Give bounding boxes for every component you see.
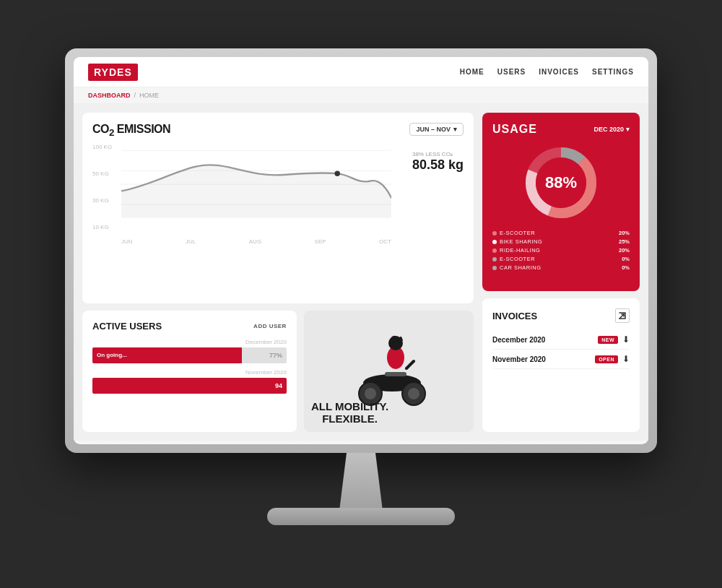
y-axis: 100 KG 50 KG 30 KG 10 KG	[92, 144, 121, 230]
co2-card: CO2 EMISSION JUN – NOV ▾ 100 KG	[82, 113, 474, 303]
donut-chart: 88%	[492, 143, 630, 222]
bar-fill-1: On going...	[92, 347, 242, 363]
invoices-title: INVOICES	[492, 311, 537, 321]
chevron-down-icon: ▾	[626, 126, 630, 133]
monitor-base	[267, 508, 455, 525]
breadcrumb: DASHBOARD / HOME	[74, 87, 648, 104]
user-bar-row-1: December 2020 On going... 77%	[92, 339, 287, 363]
legend-dot-4	[492, 257, 497, 261]
legend-item-5: CAR SHARING 0%	[492, 264, 630, 271]
usage-date-label: DEC 2020	[593, 126, 624, 133]
co2-highlight: 38% LESS CO₂ 80.58 kg	[412, 151, 464, 173]
svg-rect-13	[385, 372, 406, 376]
date-range-selector[interactable]: JUN – NOV ▾	[409, 123, 464, 136]
bar-date-2: November 2020	[245, 369, 287, 376]
invoice-month-2: November 2020	[492, 355, 546, 363]
invoice-badge-2: OPEN	[595, 355, 618, 363]
bar-fill-2	[92, 378, 287, 394]
nav-users[interactable]: USERS	[497, 68, 526, 76]
invoice-row-2: November 2020 OPEN ⬇	[492, 350, 630, 369]
legend-item-3: RIDE-HAILING 20%	[492, 247, 630, 254]
svg-point-11	[408, 388, 419, 399]
monitor-stand	[325, 453, 397, 511]
legend-pct-3: 20%	[619, 247, 630, 254]
co2-value: 80.58 kg	[412, 157, 464, 173]
usage-legend: E-SCOOTER 20% BIKE SHARING 25%	[492, 230, 630, 271]
x-label-aug: AUG	[249, 238, 261, 245]
legend-pct-4: 0%	[622, 256, 630, 262]
bar-track-2: 94	[92, 378, 287, 394]
breadcrumb-dashboard[interactable]: DASHBOARD	[88, 92, 131, 99]
logo: RYDES	[88, 64, 138, 81]
bottom-row: ACTIVE USERS ADD USER December 2020	[82, 311, 474, 432]
x-axis: JUN JUL AUG SEP OCT	[121, 238, 391, 245]
scooter-tagline: ALL MOBILITY. FLEXIBLE.	[311, 401, 388, 425]
co2-line-chart	[121, 144, 391, 218]
y-label-50: 50 KG	[92, 170, 118, 177]
breadcrumb-home[interactable]: HOME	[139, 92, 159, 99]
legend-dot-1	[492, 231, 497, 235]
legend-item-4: E-SCOOTER 0%	[492, 256, 630, 262]
chevron-down-icon: ▾	[453, 126, 457, 133]
donut-percentage: 88%	[545, 173, 577, 192]
right-panel: USAGE DEC 2020 ▾	[482, 104, 648, 441]
invoices-card: INVOICES December	[482, 298, 640, 432]
nav-home[interactable]: HOME	[460, 68, 484, 76]
legend-name-5: CAR SHARING	[500, 264, 619, 271]
usage-date-selector[interactable]: DEC 2020 ▾	[593, 126, 630, 133]
bar-pct-1: 77%	[269, 352, 282, 359]
bar-count-2: 94	[275, 382, 282, 389]
x-label-jun: JUN	[121, 238, 133, 245]
svg-point-9	[365, 388, 376, 399]
legend-name-2: BIKE SHARING	[500, 238, 616, 245]
invoice-row-1: December 2020 NEW ⬇	[492, 330, 630, 350]
co2-pct-label: 38% LESS CO₂	[412, 151, 464, 157]
legend-item-2: BIKE SHARING 25%	[492, 238, 630, 245]
navbar: RYDES HOME USERS INVOICES SETTINGS	[74, 57, 648, 87]
co2-chart: 100 KG 50 KG 30 KG 10 KG	[92, 144, 464, 245]
left-panel: CO2 EMISSION JUN – NOV ▾ 100 KG	[74, 104, 482, 441]
scooter-line2: FLEXIBLE.	[322, 412, 378, 425]
legend-dot-2	[492, 240, 497, 244]
legend-pct-1: 20%	[619, 230, 630, 236]
nav-settings[interactable]: SETTINGS	[592, 68, 634, 76]
download-button-2[interactable]: ⬇	[622, 354, 630, 364]
x-label-jul: JUL	[186, 238, 196, 245]
bar-label-1: On going...	[97, 352, 127, 358]
usage-card: USAGE DEC 2020 ▾	[482, 113, 640, 291]
y-label-100: 100 KG	[92, 144, 118, 150]
user-bar-row-2: November 2020 94	[92, 369, 287, 394]
export-icon	[618, 311, 627, 320]
export-button[interactable]	[615, 308, 630, 323]
co2-title: CO2 EMISSION	[92, 123, 170, 138]
download-button-1[interactable]: ⬇	[622, 334, 630, 345]
invoice-badge-1: NEW	[598, 336, 618, 344]
legend-pct-2: 25%	[619, 238, 630, 245]
invoice-actions-2: OPEN ⬇	[595, 354, 630, 364]
legend-name-4: E-SCOOTER	[500, 256, 619, 262]
x-label-sep: SEP	[315, 238, 326, 245]
invoice-month-1: December 2020	[492, 336, 545, 344]
invoice-actions-1: NEW ⬇	[598, 334, 630, 345]
active-users-card: ACTIVE USERS ADD USER December 2020	[82, 311, 297, 432]
legend-name-1: E-SCOOTER	[500, 230, 616, 236]
date-range-label: JUN – NOV	[416, 126, 451, 133]
legend-dot-3	[492, 248, 497, 253]
y-label-30: 30 KG	[92, 197, 118, 204]
scooter-card: ALL MOBILITY. FLEXIBLE.	[304, 311, 474, 432]
bar-track-1: On going... 77%	[92, 347, 287, 363]
nav-links: HOME USERS INVOICES SETTINGS	[460, 68, 634, 76]
usage-title: USAGE	[492, 123, 537, 136]
legend-name-3: RIDE-HAILING	[500, 247, 616, 254]
bar-date-1: December 2020	[245, 339, 287, 345]
legend-dot-5	[492, 266, 497, 270]
legend-pct-5: 0%	[622, 264, 630, 271]
add-user-button[interactable]: ADD USER	[253, 323, 287, 329]
legend-item-1: E-SCOOTER 20%	[492, 230, 630, 236]
nav-invoices[interactable]: INVOICES	[539, 68, 579, 76]
x-label-oct: OCT	[379, 238, 391, 245]
svg-point-4	[334, 171, 339, 176]
y-label-10: 10 KG	[92, 224, 118, 230]
active-users-title: ACTIVE USERS	[92, 321, 162, 332]
svg-line-12	[406, 361, 414, 368]
